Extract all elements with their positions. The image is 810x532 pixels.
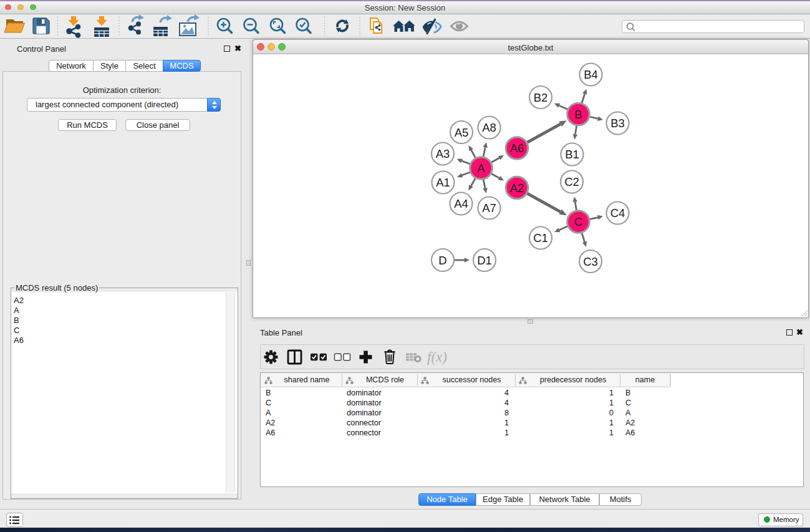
svg-text:A: A xyxy=(477,162,485,175)
svg-text:A8: A8 xyxy=(482,121,496,134)
svg-text:C: C xyxy=(574,215,582,228)
svg-text:B: B xyxy=(574,108,582,121)
svg-text:B3: B3 xyxy=(610,117,625,130)
svg-text:A2: A2 xyxy=(510,181,524,195)
svg-text:f(x): f(x) xyxy=(427,349,447,365)
svg-text:B1: B1 xyxy=(565,148,579,161)
svg-text:A7: A7 xyxy=(482,201,496,215)
svg-text:A3: A3 xyxy=(436,147,450,160)
svg-text:A6: A6 xyxy=(510,142,524,155)
svg-text:A5: A5 xyxy=(455,126,469,139)
svg-text:C2: C2 xyxy=(564,175,579,188)
svg-text:C3: C3 xyxy=(583,255,598,268)
svg-text:B4: B4 xyxy=(584,68,598,81)
svg-text:C1: C1 xyxy=(533,231,548,244)
svg-text:D1: D1 xyxy=(477,254,492,267)
svg-text:A4: A4 xyxy=(454,197,468,210)
svg-text:A1: A1 xyxy=(436,176,450,189)
svg-text:D: D xyxy=(438,254,446,267)
svg-text:B2: B2 xyxy=(534,91,548,104)
svg-text:C4: C4 xyxy=(610,206,625,220)
